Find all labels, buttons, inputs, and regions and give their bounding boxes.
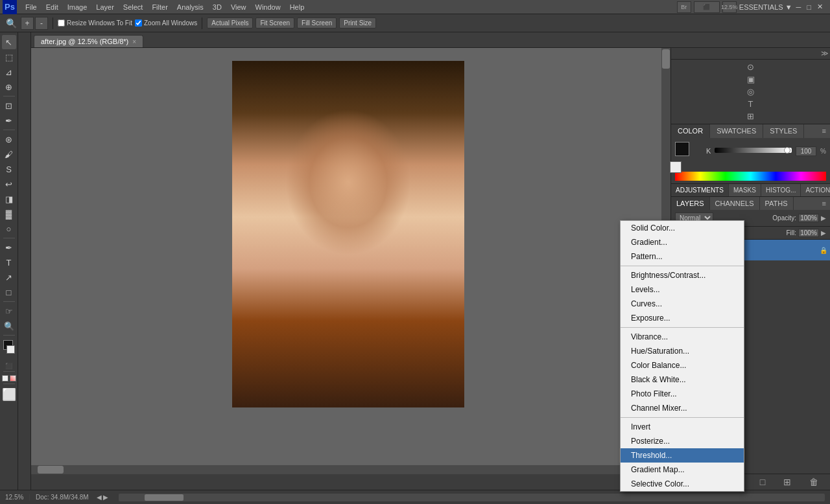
gradient-tool[interactable]: ▓ bbox=[2, 207, 16, 221]
menu-3d[interactable]: 3D bbox=[208, 2, 226, 12]
background-swatch[interactable] bbox=[670, 161, 682, 173]
tab-layers[interactable]: LAYERS bbox=[671, 197, 710, 210]
status-prev-button[interactable]: ◀ bbox=[97, 494, 102, 501]
fill-input[interactable] bbox=[798, 229, 819, 237]
menu-help[interactable]: Help bbox=[285, 2, 309, 12]
fit-screen-button[interactable]: Fit Screen bbox=[255, 17, 294, 29]
context-menu-item-black-white[interactable]: Black & White... bbox=[621, 372, 744, 387]
clone-stamp-tool[interactable]: S bbox=[2, 162, 16, 176]
panel-tool-2[interactable]: ▣ bbox=[747, 74, 755, 84]
context-menu-item-vibrance[interactable]: Vibrance... bbox=[621, 330, 744, 344]
quick-selection-tool[interactable]: ⊕ bbox=[2, 80, 16, 94]
bottom-hscroll[interactable] bbox=[119, 494, 825, 501]
context-menu-item-brightness-contrast[interactable]: Brightness/Contrast... bbox=[621, 268, 744, 282]
context-menu-item-selective-color[interactable]: Selective Color... bbox=[621, 477, 744, 491]
essentials-dropdown-icon[interactable]: ▼ bbox=[785, 3, 792, 11]
zoom-all-check[interactable]: Zoom All Windows bbox=[135, 19, 197, 27]
menu-select[interactable]: Select bbox=[119, 2, 148, 12]
close-button[interactable]: ✕ bbox=[815, 3, 825, 11]
context-menu-item-levels[interactable]: Levels... bbox=[621, 282, 744, 297]
foreground-swatch[interactable] bbox=[675, 142, 689, 156]
eyedropper-tool[interactable]: ✒ bbox=[2, 113, 16, 128]
tab-close-button[interactable]: × bbox=[132, 38, 136, 45]
context-menu-item-channel-mixer[interactable]: Channel Mixer... bbox=[621, 401, 744, 415]
context-menu-item-exposure[interactable]: Exposure... bbox=[621, 311, 744, 325]
panel-tool-4[interactable]: T bbox=[748, 99, 753, 109]
dodge-tool[interactable]: ○ bbox=[2, 222, 16, 236]
new-group-button[interactable]: □ bbox=[760, 477, 765, 487]
tab-actions[interactable]: ACTIONS bbox=[801, 184, 830, 196]
crop-tool[interactable]: ⊡ bbox=[2, 98, 16, 113]
context-menu-item-solid-color[interactable]: Solid Color... bbox=[621, 221, 744, 235]
context-menu-item-photo-filter[interactable]: Photo Filter... bbox=[621, 387, 744, 401]
context-menu-item-posterize[interactable]: Posterize... bbox=[621, 434, 744, 448]
panel-tool-5[interactable]: ⊞ bbox=[747, 111, 754, 121]
actual-pixels-button[interactable]: Actual Pixels bbox=[207, 17, 253, 29]
path-selection-tool[interactable]: ↗ bbox=[2, 270, 16, 284]
context-menu-item-invert[interactable]: Invert bbox=[621, 420, 744, 434]
hand-tool[interactable]: ☞ bbox=[2, 304, 16, 318]
fill-dropdown[interactable]: ▶ bbox=[821, 229, 826, 236]
delete-layer-button[interactable]: 🗑 bbox=[809, 477, 818, 487]
tab-color[interactable]: COLOR bbox=[671, 124, 710, 138]
canvas-hscroll[interactable] bbox=[31, 465, 661, 474]
screen-mode-icon[interactable]: ⬜ bbox=[2, 387, 16, 402]
shape-tool[interactable]: □ bbox=[2, 285, 16, 299]
context-menu-item-curves[interactable]: Curves... bbox=[621, 297, 744, 311]
context-menu-item-gradient-map[interactable]: Gradient Map... bbox=[621, 463, 744, 477]
resize-windows-checkbox[interactable] bbox=[58, 19, 65, 27]
zoom-tool[interactable]: 🔍 bbox=[2, 319, 16, 333]
rectangular-marquee-tool[interactable]: ⬚ bbox=[2, 50, 16, 64]
menu-window[interactable]: Window bbox=[251, 2, 285, 12]
menu-file[interactable]: File bbox=[21, 2, 42, 12]
bridge-button[interactable]: Br bbox=[677, 1, 691, 13]
context-menu-item-gradient[interactable]: Gradient... bbox=[621, 235, 744, 249]
panel-collapse-button[interactable]: ≫ bbox=[821, 49, 829, 58]
opacity-dropdown[interactable]: ▶ bbox=[821, 214, 826, 222]
menu-view[interactable]: View bbox=[226, 2, 251, 12]
pen-tool[interactable]: ✒ bbox=[2, 240, 16, 255]
context-menu-item-threshold[interactable]: Threshold... bbox=[621, 448, 744, 463]
panel-tool-3[interactable]: ◎ bbox=[747, 87, 754, 97]
zoom-in-button[interactable]: + bbox=[21, 17, 34, 30]
status-next-button[interactable]: ▶ bbox=[103, 494, 108, 501]
tab-masks[interactable]: MASKS bbox=[729, 184, 761, 196]
bottom-hscroll-thumb[interactable] bbox=[145, 494, 184, 501]
zoom-all-checkbox[interactable] bbox=[135, 19, 142, 27]
layers-panel-menu[interactable]: ≡ bbox=[818, 197, 830, 210]
standard-mode-button[interactable] bbox=[2, 375, 8, 382]
screen-mode-button[interactable]: ⬛ bbox=[694, 1, 720, 13]
zoom-level-button[interactable]: 12.5% bbox=[722, 1, 737, 13]
default-colors-icon[interactable]: ⬛ bbox=[5, 363, 12, 369]
color-panel-menu[interactable]: ≡ bbox=[818, 124, 830, 138]
tab-history[interactable]: HISTOG... bbox=[761, 184, 801, 196]
maximize-button[interactable]: □ bbox=[805, 3, 813, 11]
tab-channels[interactable]: CHANNELS bbox=[710, 197, 760, 210]
menu-image[interactable]: Image bbox=[63, 2, 92, 12]
print-size-button[interactable]: Print Size bbox=[339, 17, 376, 29]
color-spectrum[interactable] bbox=[675, 172, 826, 181]
menu-analysis[interactable]: Analysis bbox=[172, 2, 208, 12]
context-menu-item-pattern[interactable]: Pattern... bbox=[621, 249, 744, 264]
context-menu-item-color-balance[interactable]: Color Balance... bbox=[621, 358, 744, 372]
move-tool[interactable]: ↖ bbox=[2, 35, 16, 49]
k-value-input[interactable] bbox=[796, 146, 816, 156]
menu-layer[interactable]: Layer bbox=[91, 2, 119, 12]
new-layer-button[interactable]: ⊞ bbox=[783, 477, 791, 487]
context-menu-item-hue-saturation[interactable]: Hue/Saturation... bbox=[621, 344, 744, 358]
fill-screen-button[interactable]: Fill Screen bbox=[297, 17, 337, 29]
hscroll-thumb[interactable] bbox=[38, 466, 64, 474]
opacity-input[interactable] bbox=[798, 214, 819, 222]
history-brush-tool[interactable]: ↩ bbox=[2, 177, 16, 191]
zoom-out-button[interactable]: - bbox=[35, 17, 48, 30]
menu-filter[interactable]: Filter bbox=[147, 2, 172, 12]
quick-mask-button[interactable] bbox=[10, 375, 16, 382]
brush-tool[interactable]: 🖌 bbox=[2, 147, 16, 161]
background-color[interactable] bbox=[6, 345, 15, 354]
active-tab[interactable]: after.jpg @ 12.5% (RGB/8*) × bbox=[34, 35, 143, 47]
tab-swatches[interactable]: SWATCHES bbox=[710, 124, 763, 138]
resize-windows-check[interactable]: Resize Windows To Fit bbox=[58, 19, 132, 27]
healing-brush-tool[interactable]: ⊛ bbox=[2, 132, 16, 146]
minimize-button[interactable]: ─ bbox=[794, 3, 803, 11]
vscroll-thumb[interactable] bbox=[662, 49, 670, 69]
